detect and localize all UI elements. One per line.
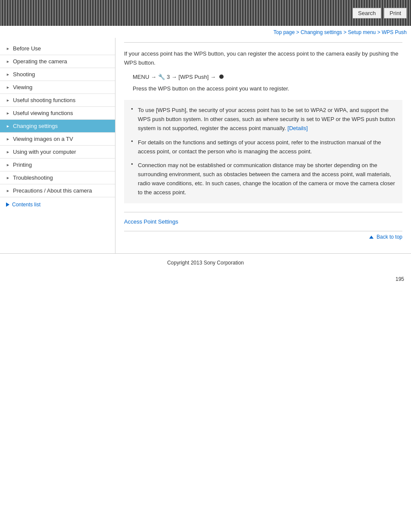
menu-text-2: 3 → [WPS Push] → — [167, 74, 216, 80]
print-button[interactable]: Print — [384, 8, 407, 19]
sidebar-item-shooting[interactable]: ► Shooting — [0, 68, 115, 81]
note-item: For details on the functions and setting… — [131, 138, 395, 156]
sidebar-item-label: Shooting — [13, 71, 35, 78]
sidebar-item-label: Changing settings — [13, 123, 58, 129]
sidebar: ► Before Use ► Operating the camera ► Sh… — [0, 38, 115, 253]
main-layout: ► Before Use ► Operating the camera ► Sh… — [0, 38, 411, 253]
sidebar-item-precautions[interactable]: ► Precautions / About this camera — [0, 184, 115, 197]
note-item: Connection may not be established or com… — [131, 161, 395, 197]
bottom-divider — [124, 212, 402, 212]
sidebar-item-label: Useful shooting functions — [13, 97, 75, 103]
chevron-right-icon: ► — [6, 111, 10, 115]
chevron-right-icon: ► — [6, 176, 10, 180]
top-divider — [124, 42, 402, 43]
sidebar-item-useful-shooting[interactable]: ► Useful shooting functions — [0, 94, 115, 107]
breadcrumb: Top page > Changing settings > Setup men… — [0, 26, 411, 38]
access-point-settings-link[interactable]: Access Point Settings — [124, 218, 178, 225]
menu-text: MENU → — [133, 74, 156, 80]
sidebar-item-viewing-tv[interactable]: ► Viewing images on a TV — [0, 133, 115, 146]
sidebar-item-label: Viewing images on a TV — [13, 136, 73, 142]
sidebar-item-printing[interactable]: ► Printing — [0, 159, 115, 171]
chevron-right-icon: ► — [6, 124, 10, 128]
chevron-right-icon: ► — [6, 72, 10, 77]
chevron-right-icon: ► — [6, 85, 10, 90]
chevron-right-icon: ► — [6, 189, 10, 193]
note-text-3: Connection may not be established or com… — [138, 162, 395, 195]
chevron-right-icon: ► — [6, 137, 10, 141]
arrow-right-icon — [6, 202, 9, 207]
contents-list-label: Contents list — [12, 202, 40, 208]
sidebar-item-changing-settings[interactable]: ► Changing settings — [0, 120, 115, 133]
breadcrumb-setup-menu[interactable]: Setup menu — [348, 29, 376, 35]
copyright-text: Copyright 2013 Sony Corporation — [167, 260, 244, 266]
sidebar-item-useful-viewing[interactable]: ► Useful viewing functions — [0, 107, 115, 120]
search-button[interactable]: Search — [352, 8, 381, 19]
press-text: Press the WPS button on the access point… — [133, 84, 402, 93]
sidebar-item-before-use[interactable]: ► Before Use — [0, 42, 115, 55]
breadcrumb-changing-settings[interactable]: Changing settings — [301, 29, 342, 35]
sidebar-item-label: Printing — [13, 162, 32, 168]
chevron-right-icon: ► — [6, 163, 10, 167]
breadcrumb-wps-push[interactable]: WPS Push — [382, 29, 407, 35]
note-text-2: For details on the functions and setting… — [138, 139, 381, 155]
intro-text: If your access point has the WPS button,… — [124, 50, 402, 68]
chevron-right-icon: ► — [6, 98, 10, 103]
contents-list-link[interactable]: Contents list — [0, 197, 115, 210]
menu-instruction: MENU → 🔧 3 → [WPS Push] → — [133, 74, 402, 80]
bullet-circle-icon — [219, 75, 224, 79]
back-to-top-label: Back to top — [377, 234, 402, 240]
sidebar-item-label: Using with your computer — [13, 149, 76, 155]
footer: Copyright 2013 Sony Corporation — [0, 253, 411, 272]
chevron-right-icon: ► — [6, 150, 10, 154]
chevron-right-icon: ► — [6, 59, 10, 64]
note-item: To use [WPS Push], the security of your … — [131, 106, 395, 133]
sidebar-item-operating-camera[interactable]: ► Operating the camera — [0, 55, 115, 68]
page-number: 195 — [0, 272, 411, 286]
wrench-icon: 🔧 — [158, 74, 165, 80]
back-to-top-link[interactable]: Back to top — [369, 234, 402, 240]
back-to-top[interactable]: Back to top — [124, 231, 402, 243]
header: Search Print — [0, 0, 411, 26]
note-text-1: To use [WPS Push], the security of your … — [138, 107, 395, 131]
triangle-up-icon — [369, 236, 374, 239]
sidebar-item-label: Troubleshooting — [13, 174, 53, 181]
chevron-right-icon: ► — [6, 47, 10, 51]
sidebar-item-viewing[interactable]: ► Viewing — [0, 81, 115, 94]
sidebar-item-troubleshooting[interactable]: ► Troubleshooting — [0, 171, 115, 184]
notes-box: To use [WPS Push], the security of your … — [124, 100, 402, 203]
details-link[interactable]: [Details] — [287, 125, 308, 131]
sidebar-item-label: Operating the camera — [13, 58, 67, 65]
breadcrumb-top-page[interactable]: Top page — [274, 29, 295, 35]
content-area: If your access point has the WPS button,… — [115, 38, 411, 253]
notes-list: To use [WPS Push], the security of your … — [131, 106, 395, 197]
sidebar-item-label: Useful viewing functions — [13, 110, 73, 116]
sidebar-item-label: Viewing — [13, 84, 32, 90]
sidebar-item-label: Precautions / About this camera — [13, 187, 92, 194]
sidebar-item-label: Before Use — [13, 45, 41, 52]
sidebar-item-using-computer[interactable]: ► Using with your computer — [0, 146, 115, 159]
